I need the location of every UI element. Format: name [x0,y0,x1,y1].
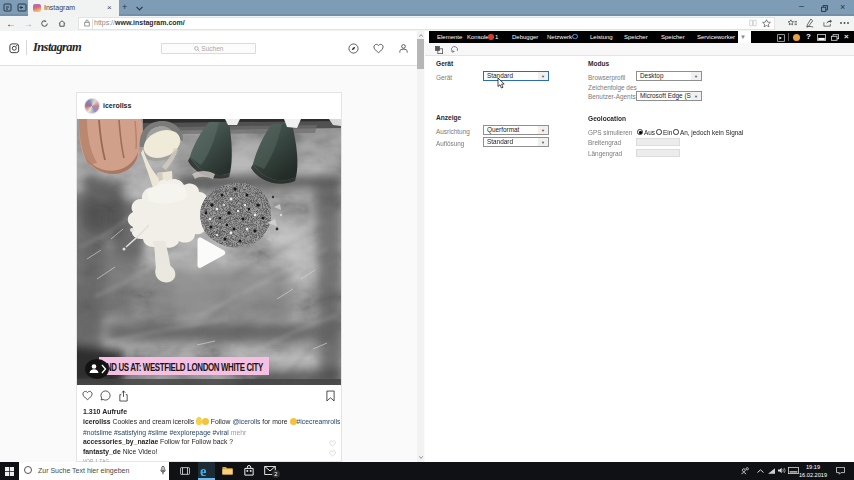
svg-text:ND US AT: WESTFIELD LONDON WHI: ND US AT: WESTFIELD LONDON WHITE CITY [106,361,264,373]
